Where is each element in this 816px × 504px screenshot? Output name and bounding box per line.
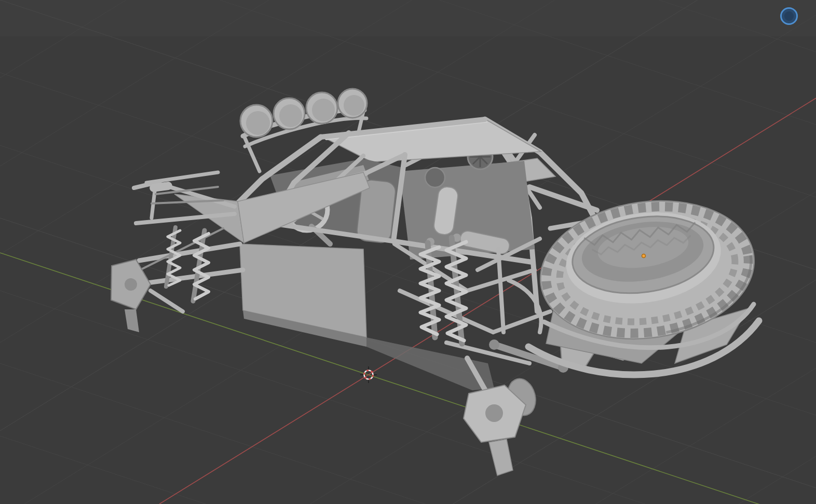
viewport-canvas[interactable] [0, 0, 816, 504]
gizmo-center [784, 11, 794, 21]
3d-viewport[interactable] [0, 0, 816, 504]
horizon-glow [0, 0, 816, 36]
engine-fan-icon [425, 168, 445, 187]
object-origin-icon [642, 254, 646, 258]
navigation-gizmo[interactable] [781, 8, 797, 24]
